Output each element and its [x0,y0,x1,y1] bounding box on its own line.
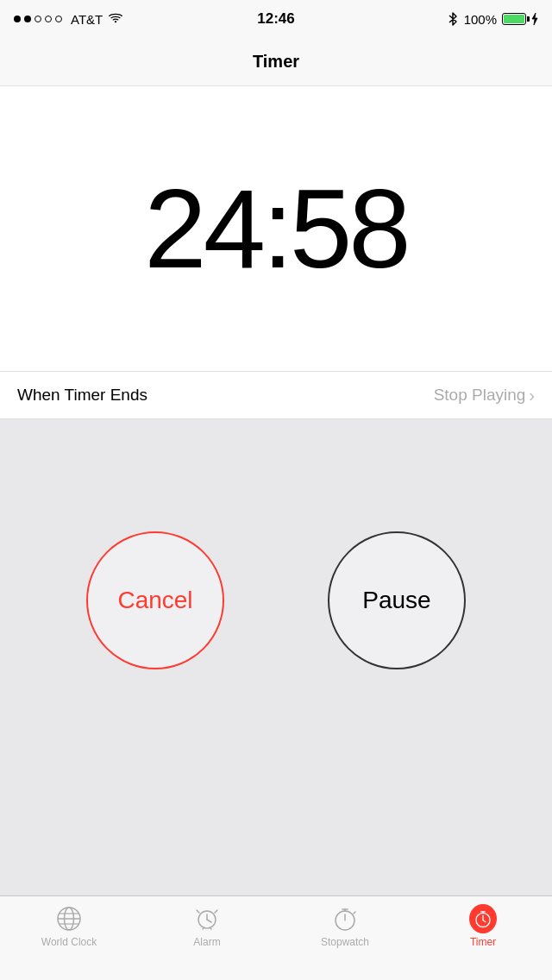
alarm-icon [193,905,221,933]
stopwatch-icon-container [331,905,359,933]
cancel-button[interactable]: Cancel [86,531,224,669]
world-clock-label: World Clock [41,936,97,948]
alarm-label: Alarm [193,936,220,948]
battery-percent: 100% [464,12,497,27]
signal-dots [14,16,62,22]
timer-time: 24:58 [144,164,407,293]
timer-ends-row[interactable]: When Timer Ends Stop Playing › [0,371,552,419]
svg-line-7 [207,920,211,922]
chevron-right-icon: › [529,386,535,405]
buttons-area: Cancel Pause [0,419,552,782]
status-bar: AT&T 12:46 100% [0,0,552,38]
timer-ends-value[interactable]: Stop Playing › [434,386,535,405]
timer-tab-active-icon [469,904,497,933]
tab-bar: World Clock Alarm [0,895,552,980]
page-title: Timer [253,52,299,72]
pause-button[interactable]: Pause [328,531,466,669]
status-right: 100% [447,11,538,27]
status-time: 12:46 [257,10,294,28]
status-left: AT&T [14,12,123,27]
wifi-icon [108,13,123,25]
svg-line-8 [197,910,199,913]
timer-ends-label: When Timer Ends [17,386,147,405]
world-clock-icon [55,905,83,933]
tab-alarm[interactable]: Alarm [138,905,276,948]
stopwatch-label: Stopwatch [321,936,369,948]
charging-icon [531,13,538,25]
svg-line-16 [354,912,355,914]
signal-dot-4 [45,16,52,22]
timer-display: 24:58 [0,86,552,371]
timer-icon-container [469,905,497,933]
signal-dot-2 [24,16,31,22]
svg-line-19 [483,920,486,921]
timer-ends-value-text: Stop Playing [434,386,526,405]
tab-stopwatch[interactable]: Stopwatch [276,905,414,948]
signal-dot-3 [34,16,41,22]
carrier-label: AT&T [71,12,103,27]
timer-label: Timer [470,936,496,948]
navigation-bar: Timer [0,38,552,86]
signal-dot-1 [14,16,21,22]
svg-line-9 [215,910,217,913]
battery-icon [502,13,526,25]
signal-dot-5 [55,16,62,22]
bluetooth-icon [447,11,459,27]
tab-world-clock[interactable]: World Clock [0,905,138,948]
battery-fill [504,15,524,23]
tab-timer[interactable]: Timer [414,905,552,948]
spacer [0,782,552,895]
